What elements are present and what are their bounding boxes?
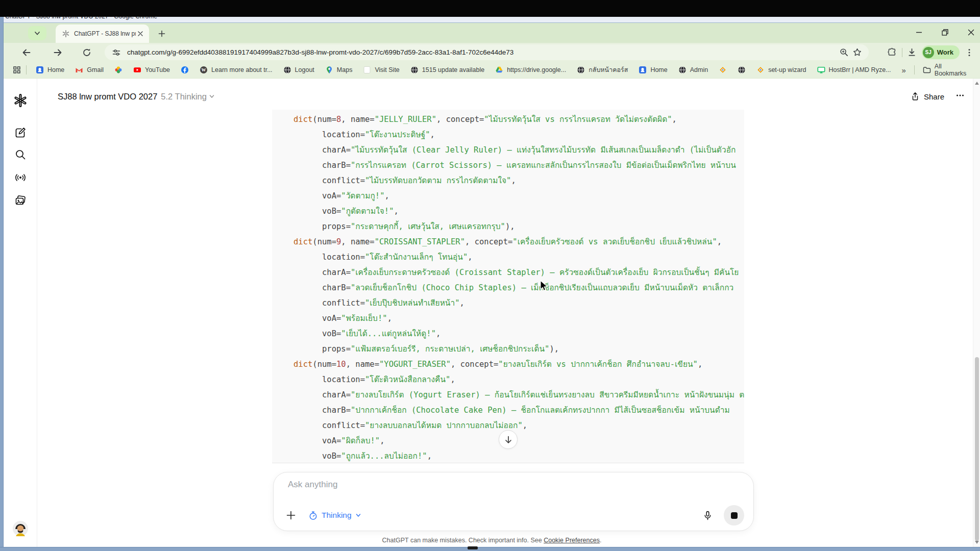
new-chat-button[interactable]	[12, 124, 29, 141]
code-line: voA="ผิดก็ลบ!",	[293, 433, 744, 448]
bookmarks-overflow-button[interactable]: »	[899, 66, 909, 74]
extensions-button[interactable]	[886, 46, 899, 59]
scroll-to-bottom-button[interactable]	[499, 430, 518, 449]
code-line: voB="กูตัดตามใจ!",	[293, 204, 744, 219]
conversation-title: SJ88 lnw promt VDO 2027	[58, 92, 157, 101]
all-bookmarks-button[interactable]: All Bookmarks	[920, 61, 975, 79]
scrollbar-thumb[interactable]	[975, 357, 979, 541]
taskbar-peek	[468, 546, 478, 549]
bookmark-item[interactable]: YouTube	[130, 64, 173, 76]
bookmark-item[interactable]: Maps	[322, 64, 356, 76]
back-button[interactable]	[20, 46, 33, 59]
window-minimize-button[interactable]	[908, 24, 930, 40]
bookmark-star-button[interactable]	[850, 46, 864, 59]
thinking-mode-button[interactable]: Thinking	[303, 506, 366, 524]
bookmark-item[interactable]: WLearn more about tr...	[197, 64, 276, 76]
chatgpt-app: SJ88 lnw promt VDO 20275.2 Thinking Shar…	[4, 79, 980, 547]
scrollbar-up-arrow[interactable]	[975, 82, 979, 85]
share-button[interactable]: Share	[911, 92, 944, 101]
bookmark-label: HostBrr | AMD Ryze...	[829, 66, 891, 73]
chrome-menu-button[interactable]	[963, 46, 976, 59]
window-bottom-border	[0, 547, 980, 551]
chrome-profile-button[interactable]: SJ Work	[922, 45, 960, 59]
bookmark-item[interactable]: https://drive.google...	[492, 64, 569, 76]
library-button[interactable]	[12, 192, 29, 209]
star-icon	[852, 47, 862, 57]
blank-icon	[363, 66, 371, 74]
code-line: location="โต๊ะติวหนังสือกลางคืน",	[293, 372, 744, 387]
wordpress-icon: W	[200, 66, 208, 74]
kebab-menu-icon	[965, 48, 974, 57]
bookmark-item[interactable]	[734, 64, 749, 76]
message-input[interactable]	[288, 480, 727, 490]
restore-icon	[942, 29, 948, 36]
bookmark-label: https://drive.google...	[507, 66, 566, 73]
user-avatar[interactable]	[12, 520, 29, 537]
magnifier-plus-icon	[839, 47, 849, 57]
bookmark-item[interactable]: 1515 update available	[407, 64, 487, 76]
drive-icon	[495, 66, 503, 74]
desktop-top-bar	[0, 0, 980, 17]
bookmark-label: Visit Site	[375, 66, 399, 73]
code-line: conflict="ยางลบบอกลบได้หมด ปากกาบอกลบไม่…	[293, 418, 744, 433]
share-icon	[911, 92, 920, 101]
bookmarks-bar: HomeGmailYouTubeWLearn more about tr...L…	[4, 62, 980, 79]
code-line: charB="กรรไกรแครอท (Carrot Scissors) — แ…	[293, 158, 744, 173]
dictate-button[interactable]	[698, 506, 717, 524]
downloads-button[interactable]	[905, 46, 919, 59]
window-restore-button[interactable]	[934, 24, 956, 40]
window-close-button[interactable]	[960, 24, 980, 40]
reload-button[interactable]	[81, 46, 93, 59]
apps-grid-button[interactable]	[10, 64, 24, 76]
stop-button[interactable]	[724, 505, 744, 525]
url-text[interactable]: chatgpt.com/g/g-6992efdd4038819191740499…	[127, 48, 837, 56]
browser-toolbar: chatgpt.com/g/g-6992efdd4038819191740499…	[4, 43, 980, 62]
voice-icon	[14, 171, 27, 184]
cookie-preferences-link[interactable]: Cookie Preferences	[544, 537, 600, 544]
attach-button[interactable]	[282, 506, 300, 524]
site-info-icon	[112, 48, 121, 57]
globe-dark-icon	[577, 66, 585, 74]
address-bar[interactable]: chatgpt.com/g/g-6992efdd4038819191740499…	[105, 44, 869, 60]
openai-logo[interactable]	[12, 92, 29, 109]
new-tab-button[interactable]	[155, 27, 168, 40]
search-chats-button[interactable]	[12, 146, 29, 163]
openai-logo-icon	[13, 93, 28, 108]
code-line: voB="เย็บได้...แต่กูหล่นให้ดู!",	[293, 326, 744, 341]
bookmark-item[interactable]: Gmail	[72, 64, 107, 76]
bookmark-item[interactable]	[716, 64, 730, 76]
bookmark-item[interactable]: Visit Site	[360, 64, 402, 76]
model-label: 5.2 Thinking	[161, 92, 207, 101]
bookmark-item[interactable]: set-up wizard	[753, 64, 809, 76]
disclaimer-period: .	[600, 537, 601, 544]
bookmark-item[interactable]: Home	[33, 64, 67, 76]
bookmark-label: set-up wizard	[768, 66, 806, 73]
bookmarks-list: HomeGmailYouTubeWLearn more about tr...L…	[33, 63, 899, 77]
bookmark-item[interactable]: Admin	[675, 64, 711, 76]
bookmark-item[interactable]: Home	[635, 64, 670, 76]
bookmark-label: กลับหน้าคอร์ส	[589, 65, 628, 75]
code-line: charB="ปากกาเค้กช็อก (Chocolate Cake Pen…	[293, 403, 744, 418]
bookmark-label: 1515 update available	[422, 66, 484, 73]
zoom-button[interactable]	[837, 46, 850, 59]
plus-icon	[158, 30, 165, 37]
image-library-icon	[14, 194, 27, 207]
composer[interactable]: Thinking	[273, 472, 754, 531]
page-scrollbar[interactable]	[973, 79, 980, 547]
conversation-menu-button[interactable]	[955, 91, 965, 102]
bookmark-item[interactable]: กลับหน้าคอร์ส	[574, 63, 631, 77]
bookmark-item[interactable]: Logout	[280, 64, 317, 76]
bookmark-item[interactable]: HostBrr | AMD Ryze...	[814, 64, 894, 76]
bookmark-item[interactable]	[178, 64, 192, 76]
scrollbar-down-arrow[interactable]	[975, 541, 979, 544]
tab-close-button[interactable]	[136, 29, 145, 38]
gmail-icon	[75, 66, 83, 74]
voice-mode-button[interactable]	[12, 169, 29, 186]
all-bookmarks-label: All Bookmarks	[935, 63, 972, 77]
maps-icon	[325, 66, 333, 74]
tab-search-button[interactable]	[28, 26, 46, 40]
conversation-header[interactable]: SJ88 lnw promt VDO 20275.2 Thinking	[58, 92, 215, 102]
forward-button[interactable]	[52, 46, 64, 59]
bookmark-item[interactable]	[111, 64, 126, 76]
browser-tab[interactable]: ChatGPT - SJ88 lnw promt VDO	[56, 24, 149, 43]
